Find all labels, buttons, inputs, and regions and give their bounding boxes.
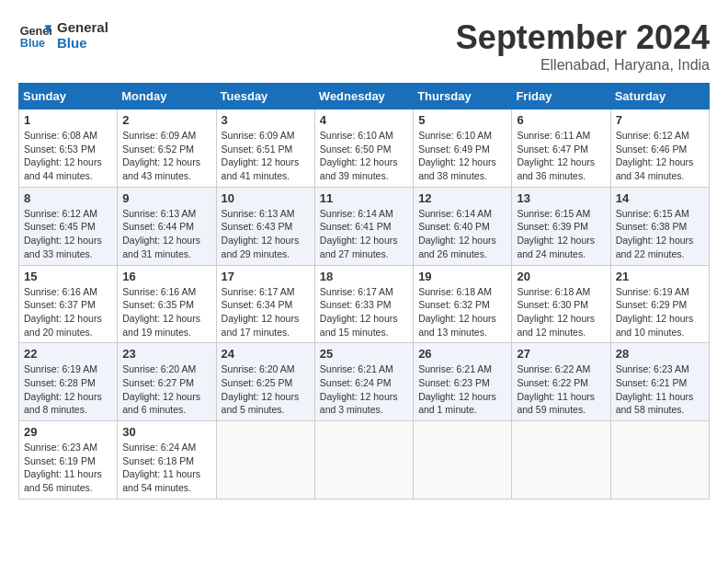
day-info: Sunrise: 6:21 AM Sunset: 6:23 PM Dayligh…	[418, 362, 506, 417]
day-info: Sunrise: 6:13 AM Sunset: 6:44 PM Dayligh…	[122, 207, 210, 261]
day-number: 21	[616, 270, 704, 283]
calendar-cell: 4Sunrise: 6:10 AM Sunset: 6:50 PM Daylig…	[314, 109, 413, 188]
page-header: General Blue General Blue September 2024…	[18, 18, 710, 74]
calendar-week-row: 15Sunrise: 6:16 AM Sunset: 6:37 PM Dayli…	[19, 265, 710, 343]
calendar-cell	[216, 421, 314, 500]
calendar-cell	[314, 421, 413, 500]
day-info: Sunrise: 6:09 AM Sunset: 6:51 PM Dayligh…	[222, 129, 310, 183]
day-info: Sunrise: 6:15 AM Sunset: 6:39 PM Dayligh…	[517, 207, 605, 261]
day-number: 13	[517, 191, 605, 205]
day-info: Sunrise: 6:24 AM Sunset: 6:18 PM Dayligh…	[122, 441, 210, 495]
calendar-cell: 3Sunrise: 6:09 AM Sunset: 6:51 PM Daylig…	[216, 109, 314, 188]
calendar-cell: 14Sunrise: 6:15 AM Sunset: 6:38 PM Dayli…	[610, 187, 709, 265]
day-number: 2	[122, 113, 210, 127]
day-of-week-header: Friday	[512, 84, 610, 109]
day-number: 15	[24, 270, 112, 283]
calendar-cell: 9Sunrise: 6:13 AM Sunset: 6:44 PM Daylig…	[118, 187, 216, 265]
day-info: Sunrise: 6:17 AM Sunset: 6:34 PM Dayligh…	[222, 285, 310, 339]
logo: General Blue General Blue	[18, 18, 108, 52]
logo-text-line2: Blue	[57, 35, 108, 51]
title-section: September 2024 Ellenabad, Haryana, India	[456, 18, 710, 74]
day-info: Sunrise: 6:13 AM Sunset: 6:43 PM Dayligh…	[222, 207, 310, 261]
day-info: Sunrise: 6:16 AM Sunset: 6:35 PM Dayligh…	[122, 285, 210, 339]
logo-icon: General Blue	[18, 18, 51, 52]
calendar-week-row: 8Sunrise: 6:12 AM Sunset: 6:45 PM Daylig…	[19, 187, 710, 265]
calendar-cell: 18Sunrise: 6:17 AM Sunset: 6:33 PM Dayli…	[314, 265, 413, 343]
day-of-week-header: Thursday	[414, 84, 512, 109]
day-info: Sunrise: 6:18 AM Sunset: 6:32 PM Dayligh…	[418, 285, 506, 339]
day-of-week-header: Wednesday	[314, 84, 413, 109]
day-number: 8	[24, 191, 112, 205]
day-info: Sunrise: 6:08 AM Sunset: 6:53 PM Dayligh…	[24, 129, 112, 183]
day-number: 3	[222, 113, 310, 127]
day-number: 26	[418, 347, 506, 361]
day-number: 17	[222, 270, 310, 283]
svg-text:Blue: Blue	[20, 37, 45, 50]
day-of-week-header: Sunday	[19, 84, 118, 109]
day-number: 28	[616, 347, 704, 361]
calendar-cell: 20Sunrise: 6:18 AM Sunset: 6:30 PM Dayli…	[512, 265, 610, 343]
calendar-cell: 28Sunrise: 6:23 AM Sunset: 6:21 PM Dayli…	[610, 343, 709, 421]
calendar-cell: 30Sunrise: 6:24 AM Sunset: 6:18 PM Dayli…	[118, 421, 216, 500]
calendar-cell: 11Sunrise: 6:14 AM Sunset: 6:41 PM Dayli…	[314, 187, 413, 265]
day-number: 9	[122, 191, 210, 205]
calendar-cell	[414, 421, 512, 500]
calendar-cell: 5Sunrise: 6:10 AM Sunset: 6:49 PM Daylig…	[414, 109, 512, 188]
day-number: 10	[222, 191, 310, 205]
day-info: Sunrise: 6:18 AM Sunset: 6:30 PM Dayligh…	[517, 285, 605, 339]
calendar-cell: 13Sunrise: 6:15 AM Sunset: 6:39 PM Dayli…	[512, 187, 610, 265]
calendar-cell: 24Sunrise: 6:20 AM Sunset: 6:25 PM Dayli…	[216, 343, 314, 421]
day-number: 30	[122, 425, 210, 439]
calendar-cell: 22Sunrise: 6:19 AM Sunset: 6:28 PM Dayli…	[19, 343, 118, 421]
day-number: 18	[320, 270, 408, 283]
calendar-week-row: 1Sunrise: 6:08 AM Sunset: 6:53 PM Daylig…	[19, 109, 710, 188]
day-info: Sunrise: 6:17 AM Sunset: 6:33 PM Dayligh…	[320, 285, 408, 339]
calendar-week-row: 29Sunrise: 6:23 AM Sunset: 6:19 PM Dayli…	[19, 421, 710, 500]
calendar-cell: 21Sunrise: 6:19 AM Sunset: 6:29 PM Dayli…	[610, 265, 709, 343]
calendar-cell: 2Sunrise: 6:09 AM Sunset: 6:52 PM Daylig…	[118, 109, 216, 188]
calendar-cell: 23Sunrise: 6:20 AM Sunset: 6:27 PM Dayli…	[118, 343, 216, 421]
day-info: Sunrise: 6:22 AM Sunset: 6:22 PM Dayligh…	[517, 362, 605, 417]
day-number: 5	[418, 113, 506, 127]
calendar-cell: 6Sunrise: 6:11 AM Sunset: 6:47 PM Daylig…	[512, 109, 610, 188]
calendar-cell: 12Sunrise: 6:14 AM Sunset: 6:40 PM Dayli…	[414, 187, 512, 265]
day-of-week-header: Tuesday	[216, 84, 314, 109]
day-number: 7	[616, 113, 704, 127]
day-info: Sunrise: 6:10 AM Sunset: 6:49 PM Dayligh…	[418, 129, 506, 183]
day-number: 27	[517, 347, 605, 361]
calendar-cell: 15Sunrise: 6:16 AM Sunset: 6:37 PM Dayli…	[19, 265, 118, 343]
calendar-table: SundayMondayTuesdayWednesdayThursdayFrid…	[18, 83, 710, 500]
calendar-cell: 7Sunrise: 6:12 AM Sunset: 6:46 PM Daylig…	[610, 109, 709, 188]
day-info: Sunrise: 6:14 AM Sunset: 6:40 PM Dayligh…	[418, 207, 506, 261]
calendar-cell: 29Sunrise: 6:23 AM Sunset: 6:19 PM Dayli…	[19, 421, 118, 500]
calendar-cell: 17Sunrise: 6:17 AM Sunset: 6:34 PM Dayli…	[216, 265, 314, 343]
day-info: Sunrise: 6:19 AM Sunset: 6:29 PM Dayligh…	[616, 285, 704, 339]
calendar-cell: 16Sunrise: 6:16 AM Sunset: 6:35 PM Dayli…	[118, 265, 216, 343]
day-number: 14	[616, 191, 704, 205]
logo-text-line1: General	[57, 19, 108, 35]
location-title: Ellenabad, Haryana, India	[456, 57, 710, 74]
day-of-week-header: Saturday	[610, 84, 709, 109]
calendar-cell: 27Sunrise: 6:22 AM Sunset: 6:22 PM Dayli…	[512, 343, 610, 421]
day-info: Sunrise: 6:21 AM Sunset: 6:24 PM Dayligh…	[320, 362, 408, 417]
calendar-cell	[610, 421, 709, 500]
day-info: Sunrise: 6:23 AM Sunset: 6:19 PM Dayligh…	[24, 441, 112, 495]
calendar-cell: 10Sunrise: 6:13 AM Sunset: 6:43 PM Dayli…	[216, 187, 314, 265]
day-info: Sunrise: 6:16 AM Sunset: 6:37 PM Dayligh…	[24, 285, 112, 339]
calendar-cell	[512, 421, 610, 500]
day-number: 25	[320, 347, 408, 361]
day-number: 16	[122, 270, 210, 283]
calendar-cell: 26Sunrise: 6:21 AM Sunset: 6:23 PM Dayli…	[414, 343, 512, 421]
day-number: 6	[517, 113, 605, 127]
day-info: Sunrise: 6:23 AM Sunset: 6:21 PM Dayligh…	[616, 362, 704, 417]
day-info: Sunrise: 6:15 AM Sunset: 6:38 PM Dayligh…	[616, 207, 704, 261]
day-info: Sunrise: 6:12 AM Sunset: 6:46 PM Dayligh…	[616, 129, 704, 183]
day-number: 23	[122, 347, 210, 361]
day-info: Sunrise: 6:19 AM Sunset: 6:28 PM Dayligh…	[24, 362, 112, 417]
day-info: Sunrise: 6:11 AM Sunset: 6:47 PM Dayligh…	[517, 129, 605, 183]
calendar-week-row: 22Sunrise: 6:19 AM Sunset: 6:28 PM Dayli…	[19, 343, 710, 421]
day-number: 24	[222, 347, 310, 361]
day-info: Sunrise: 6:14 AM Sunset: 6:41 PM Dayligh…	[320, 207, 408, 261]
month-title: September 2024	[456, 18, 710, 57]
calendar-header-row: SundayMondayTuesdayWednesdayThursdayFrid…	[19, 84, 710, 109]
